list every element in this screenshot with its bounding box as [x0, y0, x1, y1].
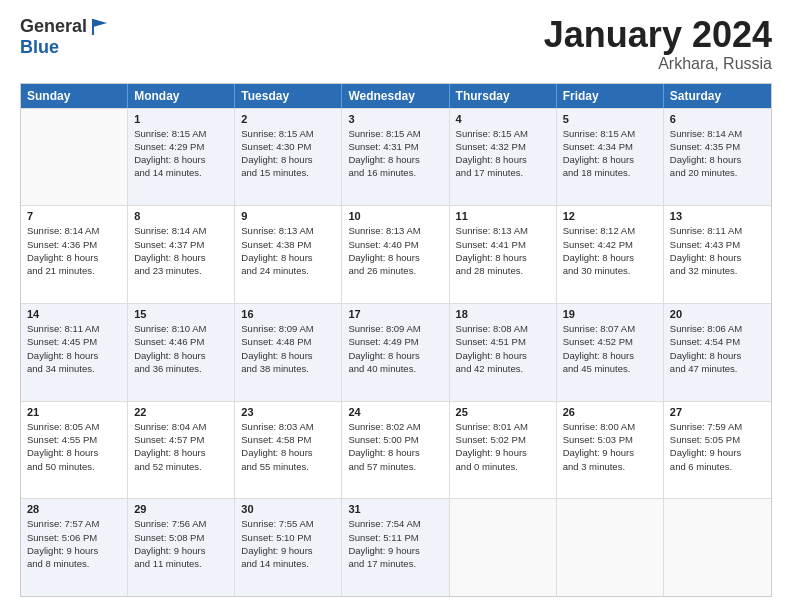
cell-line: and 50 minutes.	[27, 460, 121, 473]
logo-general-text: General	[20, 16, 87, 37]
cell-line: Daylight: 8 hours	[563, 349, 657, 362]
day-number: 6	[670, 113, 765, 125]
cell-line: and 52 minutes.	[134, 460, 228, 473]
cell-line: and 0 minutes.	[456, 460, 550, 473]
cell-line: Sunset: 4:52 PM	[563, 335, 657, 348]
cell-line: Sunrise: 8:15 AM	[348, 127, 442, 140]
cell-line: Sunrise: 8:01 AM	[456, 420, 550, 433]
cell-line: and 21 minutes.	[27, 264, 121, 277]
cell-line: and 45 minutes.	[563, 362, 657, 375]
calendar-cell-4-6	[664, 499, 771, 596]
calendar-cell-1-6: 13Sunrise: 8:11 AMSunset: 4:43 PMDayligh…	[664, 206, 771, 303]
cell-line: Sunset: 4:42 PM	[563, 238, 657, 251]
cell-line: and 3 minutes.	[563, 460, 657, 473]
calendar-cell-3-1: 22Sunrise: 8:04 AMSunset: 4:57 PMDayligh…	[128, 402, 235, 499]
cell-line: Sunset: 4:40 PM	[348, 238, 442, 251]
calendar-body: 1Sunrise: 8:15 AMSunset: 4:29 PMDaylight…	[21, 108, 771, 596]
calendar-row-0: 1Sunrise: 8:15 AMSunset: 4:29 PMDaylight…	[21, 108, 771, 206]
calendar-cell-4-3: 31Sunrise: 7:54 AMSunset: 5:11 PMDayligh…	[342, 499, 449, 596]
day-number: 15	[134, 308, 228, 320]
day-number: 27	[670, 406, 765, 418]
header-cell-thursday: Thursday	[450, 84, 557, 108]
calendar-header: SundayMondayTuesdayWednesdayThursdayFrid…	[21, 84, 771, 108]
cell-line: Sunset: 4:38 PM	[241, 238, 335, 251]
cell-line: Daylight: 9 hours	[670, 446, 765, 459]
cell-line: and 36 minutes.	[134, 362, 228, 375]
cell-line: Daylight: 8 hours	[134, 153, 228, 166]
header-cell-tuesday: Tuesday	[235, 84, 342, 108]
cell-line: and 42 minutes.	[456, 362, 550, 375]
cell-line: Sunset: 5:05 PM	[670, 433, 765, 446]
cell-line: and 38 minutes.	[241, 362, 335, 375]
day-number: 31	[348, 503, 442, 515]
day-number: 19	[563, 308, 657, 320]
cell-line: Daylight: 8 hours	[456, 251, 550, 264]
header: General Blue January 2024 Arkhara, Russi…	[20, 15, 772, 73]
cell-line: Sunset: 4:34 PM	[563, 140, 657, 153]
title-block: January 2024 Arkhara, Russia	[544, 15, 772, 73]
cell-line: Sunrise: 8:10 AM	[134, 322, 228, 335]
cell-line: Sunset: 5:10 PM	[241, 531, 335, 544]
cell-line: Sunset: 4:58 PM	[241, 433, 335, 446]
cell-line: Sunset: 4:48 PM	[241, 335, 335, 348]
calendar-cell-3-4: 25Sunrise: 8:01 AMSunset: 5:02 PMDayligh…	[450, 402, 557, 499]
header-cell-saturday: Saturday	[664, 84, 771, 108]
calendar-row-2: 14Sunrise: 8:11 AMSunset: 4:45 PMDayligh…	[21, 303, 771, 401]
cell-line: Daylight: 8 hours	[563, 251, 657, 264]
calendar-cell-4-0: 28Sunrise: 7:57 AMSunset: 5:06 PMDayligh…	[21, 499, 128, 596]
cell-line: and 28 minutes.	[456, 264, 550, 277]
cell-line: Sunrise: 8:14 AM	[134, 224, 228, 237]
cell-line: Sunrise: 8:12 AM	[563, 224, 657, 237]
calendar-cell-0-0	[21, 109, 128, 206]
cell-line: Sunrise: 8:05 AM	[27, 420, 121, 433]
calendar-cell-2-5: 19Sunrise: 8:07 AMSunset: 4:52 PMDayligh…	[557, 304, 664, 401]
calendar-row-1: 7Sunrise: 8:14 AMSunset: 4:36 PMDaylight…	[21, 205, 771, 303]
cell-line: Sunrise: 8:13 AM	[456, 224, 550, 237]
calendar-cell-3-3: 24Sunrise: 8:02 AMSunset: 5:00 PMDayligh…	[342, 402, 449, 499]
cell-line: Sunrise: 8:06 AM	[670, 322, 765, 335]
calendar-cell-1-1: 8Sunrise: 8:14 AMSunset: 4:37 PMDaylight…	[128, 206, 235, 303]
cell-line: Sunrise: 7:57 AM	[27, 517, 121, 530]
month-title: January 2024	[544, 15, 772, 55]
cell-line: Sunset: 4:55 PM	[27, 433, 121, 446]
cell-line: Daylight: 8 hours	[241, 153, 335, 166]
cell-line: Sunrise: 7:55 AM	[241, 517, 335, 530]
day-number: 21	[27, 406, 121, 418]
cell-line: Sunrise: 8:15 AM	[563, 127, 657, 140]
calendar-cell-2-6: 20Sunrise: 8:06 AMSunset: 4:54 PMDayligh…	[664, 304, 771, 401]
calendar-cell-2-4: 18Sunrise: 8:08 AMSunset: 4:51 PMDayligh…	[450, 304, 557, 401]
cell-line: Sunrise: 7:56 AM	[134, 517, 228, 530]
cell-line: Sunrise: 8:13 AM	[348, 224, 442, 237]
cell-line: Sunset: 4:29 PM	[134, 140, 228, 153]
calendar-cell-1-4: 11Sunrise: 8:13 AMSunset: 4:41 PMDayligh…	[450, 206, 557, 303]
calendar-cell-4-5	[557, 499, 664, 596]
cell-line: and 14 minutes.	[241, 557, 335, 570]
day-number: 11	[456, 210, 550, 222]
day-number: 14	[27, 308, 121, 320]
calendar-cell-0-5: 5Sunrise: 8:15 AMSunset: 4:34 PMDaylight…	[557, 109, 664, 206]
calendar-cell-1-3: 10Sunrise: 8:13 AMSunset: 4:40 PMDayligh…	[342, 206, 449, 303]
calendar-cell-2-3: 17Sunrise: 8:09 AMSunset: 4:49 PMDayligh…	[342, 304, 449, 401]
cell-line: Sunset: 4:35 PM	[670, 140, 765, 153]
cell-line: and 47 minutes.	[670, 362, 765, 375]
day-number: 23	[241, 406, 335, 418]
cell-line: Daylight: 9 hours	[456, 446, 550, 459]
cell-line: Sunrise: 8:11 AM	[27, 322, 121, 335]
cell-line: Sunset: 4:45 PM	[27, 335, 121, 348]
cell-line: Sunrise: 8:14 AM	[670, 127, 765, 140]
cell-line: and 34 minutes.	[27, 362, 121, 375]
calendar-cell-0-3: 3Sunrise: 8:15 AMSunset: 4:31 PMDaylight…	[342, 109, 449, 206]
day-number: 5	[563, 113, 657, 125]
cell-line: Daylight: 8 hours	[241, 349, 335, 362]
cell-line: Sunrise: 7:54 AM	[348, 517, 442, 530]
calendar-cell-0-2: 2Sunrise: 8:15 AMSunset: 4:30 PMDaylight…	[235, 109, 342, 206]
day-number: 7	[27, 210, 121, 222]
cell-line: Sunset: 4:46 PM	[134, 335, 228, 348]
day-number: 26	[563, 406, 657, 418]
cell-line: Sunrise: 8:13 AM	[241, 224, 335, 237]
cell-line: and 15 minutes.	[241, 166, 335, 179]
cell-line: Sunset: 4:41 PM	[456, 238, 550, 251]
cell-line: Sunrise: 8:03 AM	[241, 420, 335, 433]
cell-line: and 14 minutes.	[134, 166, 228, 179]
day-number: 12	[563, 210, 657, 222]
